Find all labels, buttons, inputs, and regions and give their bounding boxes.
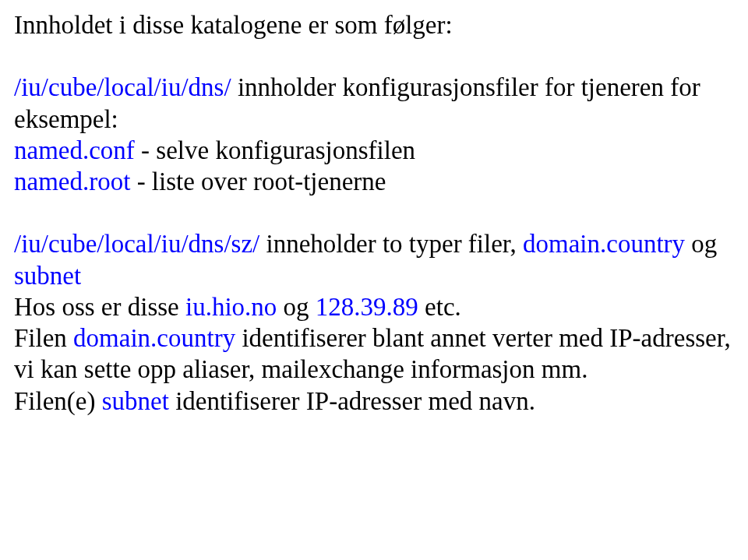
text-hos: Hos oss er disse — [14, 293, 185, 321]
text-filen-2: Filen(e) — [14, 387, 102, 415]
file-domain-country-2: domain.country — [73, 324, 235, 352]
file-named-conf: named.conf — [14, 136, 135, 164]
path-sz: /iu/cube/local/iu/dns/sz/ — [14, 230, 259, 258]
ip-prefix: 128.39.89 — [316, 293, 418, 321]
paragraph-heading: Innholdet i disse katalogene er som følg… — [14, 9, 734, 41]
file-subnet-2: subnet — [102, 387, 169, 415]
document-page: Innholdet i disse katalogene er som følg… — [0, 0, 748, 560]
paragraph-dns: /iu/cube/local/iu/dns/ innholder konfigu… — [14, 72, 734, 197]
path-dns: /iu/cube/local/iu/dns/ — [14, 73, 231, 101]
text-og-1: og — [685, 230, 717, 258]
heading-text: Innholdet i disse katalogene er som følg… — [14, 11, 453, 39]
text-sz-1: inneholder to typer filer, — [259, 230, 523, 258]
text-og-2: og — [277, 293, 316, 321]
file-domain-country: domain.country — [523, 230, 685, 258]
text-etc: etc. — [418, 293, 461, 321]
host-iu: iu.hio.no — [185, 293, 277, 321]
file-subnet: subnet — [14, 262, 81, 290]
desc-named-conf: - selve konfigurasjonsfilen — [135, 136, 415, 164]
text-filen-1: Filen — [14, 324, 73, 352]
desc-named-root: - liste over root-tjenerne — [130, 167, 386, 195]
file-named-root: named.root — [14, 167, 130, 195]
paragraph-sz: /iu/cube/local/iu/dns/sz/ inneholder to … — [14, 228, 734, 417]
text-subnet-desc: identifiserer IP-adresser med navn. — [169, 387, 535, 415]
